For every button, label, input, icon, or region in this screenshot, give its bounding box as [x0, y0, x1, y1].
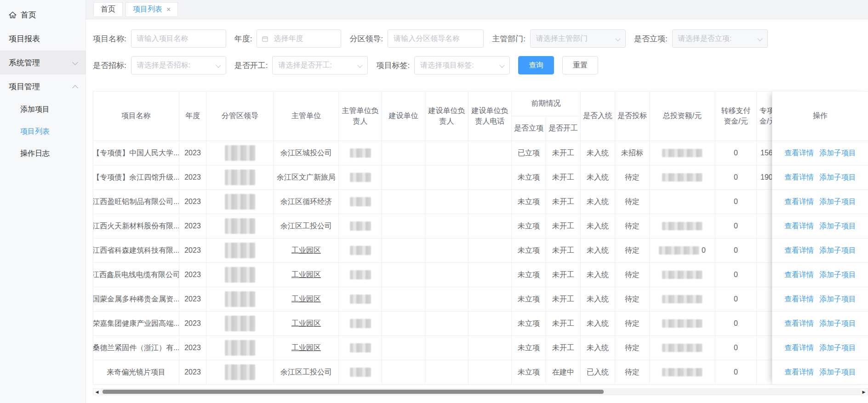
add-subproject-link[interactable]: 添加子项目 — [819, 270, 856, 280]
project-name-input[interactable] — [131, 29, 226, 48]
cell-operations: 查看详情添加子项目 — [772, 287, 868, 312]
view-details-link[interactable]: 查看详情 — [784, 319, 814, 329]
cell-district-leader — [206, 214, 274, 238]
redacted-text — [350, 270, 371, 279]
redacted-text — [662, 149, 702, 157]
view-details-link[interactable]: 查看详情 — [784, 148, 814, 158]
operations-body: 查看详情添加子项目查看详情添加子项目查看详情添加子项目查看详情添加子项目查看详情… — [772, 141, 868, 385]
view-details-link[interactable]: 查看详情 — [784, 246, 814, 255]
sidebar-item-home[interactable]: 首页 — [0, 3, 86, 27]
redacted-text — [662, 319, 702, 328]
cell-statistics: 未入统 — [581, 238, 615, 263]
cell-build-phone — [468, 165, 512, 190]
cell-started: 未开工 — [546, 165, 581, 190]
redacted-text — [350, 295, 371, 304]
cell-district-leader — [206, 360, 274, 385]
tab-project-list[interactable]: 项目列表 × — [126, 2, 178, 17]
table-row: 江西盈旺铝制品有限公司...2023余江区循环经济未立项未开工未入统待定0 — [93, 190, 811, 214]
year-picker-input[interactable] — [257, 29, 341, 48]
started-select[interactable] — [272, 56, 368, 74]
view-details-link[interactable]: 查看详情 — [784, 197, 814, 207]
view-details-link[interactable]: 查看详情 — [784, 295, 814, 304]
cell-bidding: 待定 — [615, 287, 650, 312]
cell-bidding: 待定 — [615, 312, 650, 336]
cell-statistics: 已入统 — [581, 360, 615, 385]
sidebar-item-project-management[interactable]: 项目管理 — [0, 74, 86, 98]
filter-label: 项目标签: — [376, 60, 410, 71]
scroll-right-arrow[interactable]: ▶ — [860, 389, 868, 395]
add-subproject-link[interactable]: 添加子项目 — [819, 368, 856, 377]
cell-transfer-funds: 0 — [715, 312, 757, 336]
redacted-text — [225, 243, 255, 258]
search-button[interactable]: 查询 — [518, 56, 554, 74]
tab-home[interactable]: 首页 — [93, 2, 123, 17]
cell-operations: 查看详情添加子项目 — [772, 214, 868, 238]
view-details-link[interactable]: 查看详情 — [784, 173, 814, 182]
bid-select[interactable] — [131, 56, 226, 74]
filter-started: 是否开工: — [234, 56, 368, 74]
cell-unit-head — [339, 312, 382, 336]
redacted-text — [225, 170, 255, 185]
cell-bidding: 待定 — [615, 165, 650, 190]
tab-label: 项目列表 — [133, 5, 162, 14]
district-leader-input[interactable] — [388, 29, 484, 48]
table-row: 来奇偏光镜片项目2023余江区工投公司未立项在建中已入统待定0 — [93, 360, 811, 385]
sidebar-item-project-reports[interactable]: 项目报表 — [0, 27, 86, 51]
col-header-build-phone: 建设单位负责人电话 — [468, 91, 512, 141]
reset-button[interactable]: 重置 — [562, 56, 598, 74]
cell-operations: 查看详情添加子项目 — [772, 165, 868, 190]
col-header-operations: 操作 — [772, 91, 868, 141]
cell-operations: 查看详情添加子项目 — [772, 141, 868, 165]
scrollbar-track[interactable] — [101, 389, 860, 395]
table-row: 江西火天新材料股份有限...2023余江区工投公司未立项未开工未入统待定0 — [93, 214, 811, 238]
sidebar-item-label: 添加项目 — [20, 105, 50, 114]
view-details-link[interactable]: 查看详情 — [784, 343, 814, 353]
approved-select[interactable] — [672, 29, 768, 48]
close-icon[interactable]: × — [166, 6, 171, 13]
cell-unit-head — [339, 165, 382, 190]
add-subproject-link[interactable]: 添加子项目 — [819, 343, 856, 353]
redacted-text — [225, 267, 255, 283]
cell-transfer-funds: 0 — [715, 360, 757, 385]
scrollbar-thumb[interactable] — [103, 390, 604, 394]
scroll-left-arrow[interactable]: ◀ — [93, 389, 101, 395]
add-subproject-link[interactable]: 添加子项目 — [819, 319, 856, 329]
cell-statistics: 未入统 — [581, 190, 615, 214]
filter-department: 主管部门: — [492, 29, 626, 48]
cell-project-name: 【专项债】余江四馆升级... — [93, 165, 179, 190]
redacted-text — [350, 221, 371, 231]
cell-approved: 未立项 — [512, 238, 546, 263]
sidebar-item-project-list[interactable]: 项目列表 — [0, 120, 86, 142]
filter-row-1: 项目名称: 年度: 分区领导: — [93, 29, 868, 48]
tab-bar: 首页 项目列表 × — [86, 0, 868, 19]
view-details-link[interactable]: 查看详情 — [784, 221, 814, 231]
app-window: 首页 项目报表 系统管理 项目管理 添加项目 项目列表 操作日志 首页 — [0, 0, 868, 403]
project-tag-select[interactable] — [414, 56, 510, 74]
cell-statistics: 未入统 — [581, 312, 615, 336]
view-details-link[interactable]: 查看详情 — [784, 270, 814, 280]
add-subproject-link[interactable]: 添加子项目 — [819, 295, 856, 304]
sidebar-item-label: 项目报表 — [9, 34, 40, 44]
add-subproject-link[interactable]: 添加子项目 — [819, 197, 856, 207]
cell-started: 未开工 — [546, 190, 581, 214]
redacted-text — [662, 222, 702, 230]
sidebar-item-operation-log[interactable]: 操作日志 — [0, 142, 86, 165]
cell-operations: 查看详情添加子项目 — [772, 238, 868, 263]
cell-transfer-funds: 0 — [715, 287, 757, 312]
main-area: 首页 项目列表 × 项目名称: 年度: — [86, 0, 868, 403]
col-header-bidding: 是否投标 — [615, 91, 650, 141]
col-header-project-name: 项目名称 — [93, 91, 179, 141]
department-select[interactable] — [530, 29, 626, 48]
add-subproject-link[interactable]: 添加子项目 — [819, 221, 856, 231]
col-header-year: 年度 — [179, 91, 206, 141]
add-subproject-link[interactable]: 添加子项目 — [819, 246, 856, 255]
sidebar-item-system-management[interactable]: 系统管理 — [0, 51, 86, 74]
add-subproject-link[interactable]: 添加子项目 — [819, 173, 856, 182]
redacted-text — [225, 291, 255, 307]
cell-district-leader — [206, 287, 274, 312]
sidebar-item-add-project[interactable]: 添加项目 — [0, 98, 86, 120]
view-details-link[interactable]: 查看详情 — [784, 368, 814, 377]
horizontal-scrollbar[interactable]: ◀ ▶ — [93, 388, 868, 395]
col-header-build-unit: 建设单位 — [382, 91, 425, 141]
add-subproject-link[interactable]: 添加子项目 — [819, 148, 856, 158]
